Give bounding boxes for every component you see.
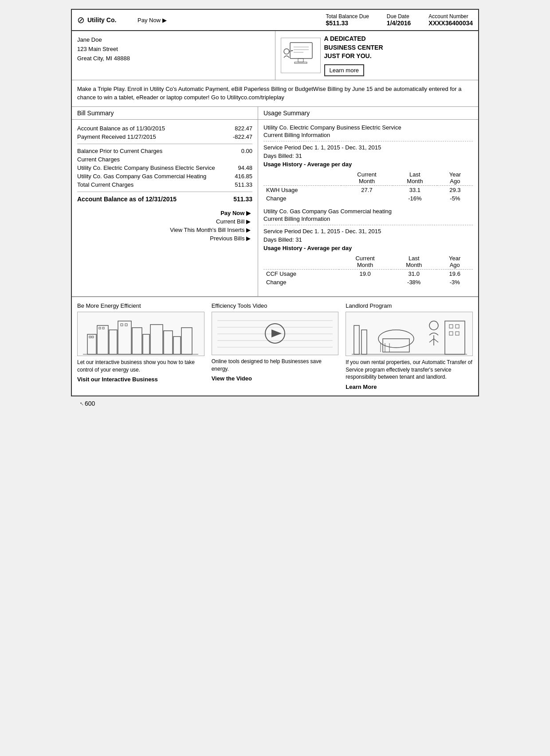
electric-billing-info: Current Billing Information [263, 132, 473, 138]
row-value: 416.85 [226, 173, 252, 180]
learn-more-button[interactable]: Learn more [324, 64, 364, 76]
kwh-change-current [341, 194, 393, 203]
svg-rect-1 [298, 59, 303, 62]
col-year-ago: YearAgo [437, 170, 473, 186]
svg-point-39 [429, 321, 438, 330]
promo-card-title: Efficiency Tools Video [212, 302, 339, 309]
svg-rect-13 [143, 334, 149, 354]
landlord-link[interactable]: Learn More [346, 384, 473, 390]
table-row: Utility Co. Electric Company Business El… [77, 165, 252, 171]
bill-links: Pay Now ▶ Current Bill ▶ View This Month… [77, 210, 252, 242]
due-date-value: 1/4/2016 [387, 20, 411, 27]
svg-rect-32 [354, 325, 359, 354]
gas-usage-table: CurrentMonth LastMonth YearAgo CCF Usage… [263, 254, 473, 286]
svg-rect-35 [383, 339, 409, 352]
final-balance-label: Account Balance as of 12/31/2015 [77, 196, 177, 203]
energy-link[interactable]: Visit our Interactive Business [77, 376, 204, 383]
ccf-label: CCF Usage [263, 269, 339, 278]
header-billing-info: Total Balance Due $511.33 Due Date 1/4/2… [326, 13, 473, 27]
promo-card-landlord: Landlord Program [346, 302, 473, 390]
current-charges-label-row: Current Charges [77, 156, 252, 163]
gas-service-title: Utility Co. Gas Company Gas Commercial h… [263, 208, 473, 215]
svg-line-42 [434, 339, 438, 342]
bill-document: ⊘ Utility Co. Pay Now ▶ Total Balance Du… [71, 9, 479, 396]
promo-card-desc: Let our interactive business show you ho… [77, 359, 204, 374]
electric-usage-table: CurrentMonth LastMonth YearAgo KWH Usage… [263, 170, 473, 203]
table-row: KWH Usage 27.7 33.1 29.3 [263, 185, 473, 194]
electric-days-billed: Days Billed: 31 [263, 153, 473, 159]
svg-rect-15 [164, 331, 173, 354]
table-row: Change -16% -5% [263, 194, 473, 203]
customer-name: Jane Doe [77, 35, 270, 45]
city-skyline-icon [83, 312, 198, 356]
promo-text: A DEDICATED BUSINESS CENTER JUST FOR YOU… [324, 35, 473, 76]
table-row: Account Balance as of 11/30/2015 822.47 [77, 125, 252, 132]
top-section: Jane Doe 123 Main Street Great City, MI … [72, 31, 478, 80]
main-content: Bill Summary Account Balance as of 11/30… [72, 107, 478, 297]
svg-rect-47 [456, 332, 459, 335]
svg-rect-23 [125, 324, 127, 326]
table-row: CCF Usage 19.0 31.0 19.6 [263, 269, 473, 278]
bill-summary-header: Bill Summary [72, 107, 258, 120]
logo-icon: ⊘ [77, 15, 85, 25]
kwh-change-label: Change [263, 194, 341, 203]
row-value: 94.48 [226, 165, 252, 171]
address-block: Jane Doe 123 Main Street Great City, MI … [72, 31, 275, 80]
ccf-last: 31.0 [391, 269, 436, 278]
svg-point-6 [284, 49, 289, 54]
table-row: Change -38% -3% [263, 278, 473, 286]
svg-rect-18 [89, 336, 91, 338]
electric-service-period: Service Period Dec 1. 1, 2015 - Dec. 31,… [263, 144, 473, 151]
svg-rect-0 [290, 43, 312, 59]
svg-rect-9 [97, 325, 108, 354]
usage-summary-column: Usage Summary Utility Co. Electric Compa… [258, 107, 478, 296]
usage-content: Utility Co. Electric Company Business El… [258, 120, 478, 296]
svg-line-41 [429, 339, 434, 342]
logo-area: ⊘ Utility Co. [77, 15, 130, 25]
svg-rect-46 [449, 332, 453, 335]
svg-rect-10 [109, 330, 117, 354]
col-current-month: CurrentMonth [341, 170, 393, 186]
col-empty [263, 170, 341, 186]
previous-bills-link[interactable]: Previous Bills ▶ [77, 235, 251, 242]
ccf-change-label: Change [263, 278, 339, 286]
table-row: Payment Received 11/27/2015 -822.47 [77, 133, 252, 140]
promo-heading: A DEDICATED BUSINESS CENTER JUST FOR YOU… [324, 35, 473, 61]
svg-line-7 [289, 51, 292, 51]
pay-now-link[interactable]: Pay Now ▶ [77, 210, 251, 216]
svg-rect-33 [361, 330, 367, 354]
due-date-label: Due Date [387, 13, 411, 20]
total-balance-value: $511.33 [326, 20, 369, 27]
kwh-current: 27.7 [341, 185, 393, 194]
svg-rect-21 [102, 327, 104, 329]
svg-rect-19 [92, 336, 94, 338]
video-link[interactable]: View the Video [212, 375, 339, 382]
promo-banner: A DEDICATED BUSINESS CENTER JUST FOR YOU… [275, 31, 479, 80]
col-current-month: CurrentMonth [339, 254, 391, 270]
pay-now-header-button[interactable]: Pay Now ▶ [138, 17, 167, 24]
col-year-ago: YearAgo [436, 254, 473, 270]
bill-inserts-link[interactable]: View This Month's Bill Inserts ▶ [77, 227, 251, 233]
video-background-icon [217, 312, 333, 355]
kwh-year: 29.3 [437, 185, 473, 194]
bill-content: Account Balance as of 11/30/2015 822.47 … [72, 120, 258, 249]
electric-history-title: Usage History - Average per day [263, 161, 473, 168]
account-number-block: Account Number XXXX36400034 [428, 13, 473, 27]
promo-card-desc: If you own rental properties, our Automa… [346, 359, 473, 381]
current-bill-link[interactable]: Current Bill ▶ [77, 218, 251, 225]
final-balance-row: Account Balance as of 12/31/2015 511.33 [77, 196, 252, 203]
bill-divider [77, 144, 252, 144]
table-row: Total Current Charges 511.33 [77, 181, 252, 188]
bill-header: ⊘ Utility Co. Pay Now ▶ Total Balance Du… [72, 10, 478, 31]
current-charges-label: Current Charges [77, 156, 252, 163]
gas-service-period: Service Period Dec 1. 1, 2015 - Dec. 31,… [263, 228, 473, 235]
ccf-current: 19.0 [339, 269, 391, 278]
customer-city: Great City, MI 48888 [77, 54, 270, 63]
svg-rect-11 [118, 321, 131, 354]
kwh-change-year: -5% [437, 194, 473, 203]
landlord-illustration [346, 312, 473, 356]
kwh-label: KWH Usage [263, 185, 341, 194]
page-number: 600 [85, 400, 95, 407]
ccf-change-year: -3% [436, 278, 473, 286]
ccf-year: 19.6 [436, 269, 473, 278]
